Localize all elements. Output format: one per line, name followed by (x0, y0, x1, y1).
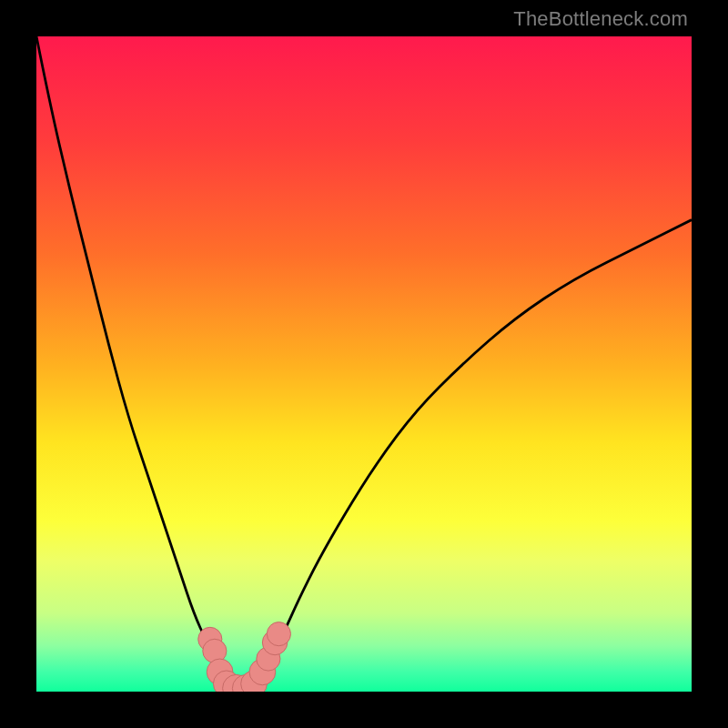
watermark-text: TheBottleneck.com (513, 7, 688, 31)
plot-area (36, 36, 692, 692)
chart-frame: TheBottleneck.com (0, 0, 728, 728)
background-gradient (36, 36, 692, 692)
curve-marker (267, 622, 290, 646)
chart-svg (36, 36, 692, 692)
